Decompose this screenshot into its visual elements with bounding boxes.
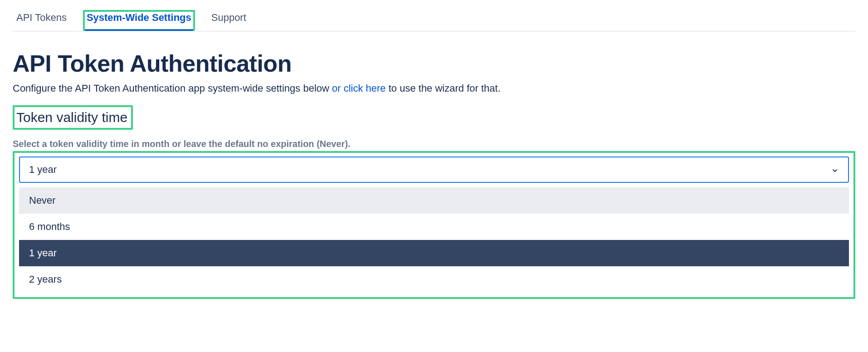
chevron-down-icon: [831, 166, 839, 174]
option-never[interactable]: Never: [19, 187, 849, 214]
token-validity-selected-value: 1 year: [29, 164, 57, 176]
page-subtitle: Configure the API Token Authentication a…: [13, 83, 855, 94]
subtitle-suffix: to use the wizard for that.: [386, 83, 501, 94]
tab-support[interactable]: Support: [208, 10, 250, 31]
option-2-years[interactable]: 2 years: [19, 266, 849, 293]
token-validity-select-container: 1 year Never 6 months 1 year 2 years: [13, 151, 855, 299]
tab-api-tokens[interactable]: API Tokens: [13, 10, 70, 31]
option-1-year[interactable]: 1 year: [19, 240, 849, 266]
helper-text: Select a token validity time in month or…: [13, 139, 855, 149]
tabs-nav: API Tokens System-Wide Settings Support: [13, 0, 855, 32]
option-6-months[interactable]: 6 months: [19, 214, 849, 240]
token-validity-select[interactable]: 1 year: [19, 156, 849, 183]
token-validity-options: Never 6 months 1 year 2 years: [19, 187, 849, 293]
tab-system-wide-settings[interactable]: System-Wide Settings: [83, 10, 195, 31]
subtitle-prefix: Configure the API Token Authentication a…: [13, 83, 332, 94]
wizard-link[interactable]: or click here: [332, 83, 386, 94]
page-title: API Token Authentication: [13, 50, 855, 77]
section-heading-token-validity: Token validity time: [13, 105, 133, 130]
